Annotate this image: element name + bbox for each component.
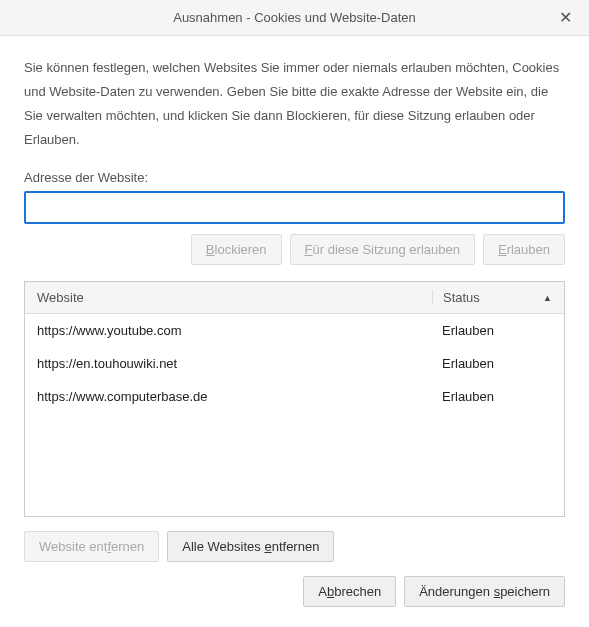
cell-website: https://www.computerbase.de xyxy=(37,389,432,404)
exceptions-table: Website Status ▲ https://www.youtube.com… xyxy=(24,281,565,517)
cell-website: https://en.touhouwiki.net xyxy=(37,356,432,371)
description-text: Sie können festlegen, welchen Websites S… xyxy=(24,56,565,152)
remove-buttons-row: Website entfernen Alle Websites entferne… xyxy=(24,531,565,562)
session-mnemonic: F xyxy=(305,242,313,257)
address-input[interactable] xyxy=(24,191,565,224)
close-button[interactable]: ✕ xyxy=(553,6,577,30)
cell-status: Erlauben xyxy=(432,389,552,404)
remove-website-button[interactable]: Website entfernen xyxy=(24,531,159,562)
allow-session-button[interactable]: Für diese Sitzung erlauben xyxy=(290,234,475,265)
address-label: Adresse der Website: xyxy=(24,170,565,185)
titlebar: Ausnahmen - Cookies und Website-Daten ✕ xyxy=(0,0,589,36)
column-header-status[interactable]: Status ▲ xyxy=(432,290,552,305)
column-status-label: Status xyxy=(443,290,480,305)
action-buttons-row: Blockieren Für diese Sitzung erlauben Er… xyxy=(24,234,565,265)
dialog-title: Ausnahmen - Cookies und Website-Daten xyxy=(173,10,416,25)
table-header: Website Status ▲ xyxy=(25,282,564,314)
save-post: peichern xyxy=(500,584,550,599)
table-row[interactable]: https://en.touhouwiki.net Erlauben xyxy=(25,347,564,380)
cancel-button[interactable]: Abbrechen xyxy=(303,576,396,607)
allow-mnemonic: E xyxy=(498,242,507,257)
remove-all-post: ntfernen xyxy=(272,539,320,554)
cancel-pre: A xyxy=(318,584,327,599)
block-button[interactable]: Blockieren xyxy=(191,234,282,265)
cancel-post: brechen xyxy=(334,584,381,599)
sort-ascending-icon: ▲ xyxy=(543,293,552,303)
dialog-content: Sie können festlegen, welchen Websites S… xyxy=(0,36,589,627)
table-row[interactable]: https://www.youtube.com Erlauben xyxy=(25,314,564,347)
cell-website: https://www.youtube.com xyxy=(37,323,432,338)
column-header-website[interactable]: Website xyxy=(37,290,432,305)
remove-post: ernen xyxy=(111,539,144,554)
allow-button[interactable]: Erlauben xyxy=(483,234,565,265)
allow-post: rlauben xyxy=(507,242,550,257)
session-post: ür diese Sitzung erlauben xyxy=(313,242,460,257)
dialog-footer-buttons: Abbrechen Änderungen speichern xyxy=(24,576,565,611)
exceptions-dialog: Ausnahmen - Cookies und Website-Daten ✕ … xyxy=(0,0,589,627)
cell-status: Erlauben xyxy=(432,323,552,338)
remove-all-mnemonic: e xyxy=(264,539,271,554)
cell-status: Erlauben xyxy=(432,356,552,371)
remove-pre: Website ent xyxy=(39,539,107,554)
close-icon: ✕ xyxy=(559,8,572,27)
block-post: lockieren xyxy=(215,242,267,257)
save-changes-button[interactable]: Änderungen speichern xyxy=(404,576,565,607)
remove-all-pre: Alle Websites xyxy=(182,539,264,554)
table-body[interactable]: https://www.youtube.com Erlauben https:/… xyxy=(25,314,564,516)
save-pre: Änderungen xyxy=(419,584,493,599)
remove-all-websites-button[interactable]: Alle Websites entfernen xyxy=(167,531,334,562)
table-row[interactable]: https://www.computerbase.de Erlauben xyxy=(25,380,564,413)
block-mnemonic: B xyxy=(206,242,215,257)
